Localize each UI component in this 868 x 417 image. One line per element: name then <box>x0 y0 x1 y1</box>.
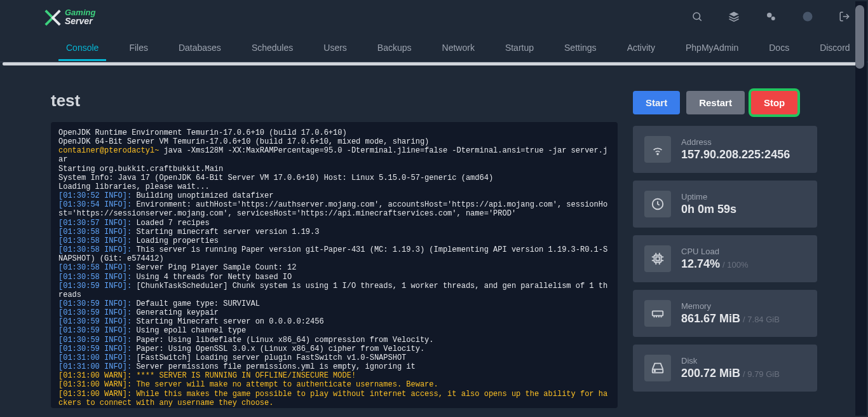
console-line: [01:31:00 WARN]: To change this, set "on… <box>58 407 610 408</box>
console-line: OpenJDK Runtime Environment Temurin-17.0… <box>58 128 610 137</box>
console-line: [01:30:57 INFO]: Loaded 7 recipes <box>58 219 610 228</box>
stat-address: Address 157.90.208.225:2456 <box>633 126 817 173</box>
start-button[interactable]: Start <box>633 91 680 114</box>
logo-mark-icon <box>43 7 62 26</box>
nav-files[interactable]: Files <box>114 35 163 60</box>
console-line: [01:31:00 INFO]: Server permissions file… <box>58 362 610 371</box>
navbar: ConsoleFilesDatabasesSchedulesUsersBacku… <box>0 33 868 62</box>
nav-startup[interactable]: Startup <box>490 35 549 60</box>
nav-console[interactable]: Console <box>51 35 114 60</box>
brand-top: Gaming <box>65 8 95 17</box>
svg-point-4 <box>803 12 813 22</box>
console-line: [01:30:58 INFO]: Loading properties <box>58 236 610 245</box>
console-line: [01:31:00 INFO]: [FastSwitch] Loading se… <box>58 353 610 362</box>
console-line: [01:30:58 INFO]: Using 4 threads for Net… <box>58 273 610 282</box>
svg-point-0 <box>693 13 700 20</box>
console-line: [01:30:58 INFO]: Starting minecraft serv… <box>58 228 610 236</box>
console-line: OpenJDK 64-Bit Server VM Temurin-17.0.6+… <box>58 137 610 146</box>
console-line: container@pterodactyl~ java -Xms128M -XX… <box>58 146 610 164</box>
svg-point-2 <box>767 13 772 18</box>
svg-point-6 <box>657 153 658 154</box>
topbar: Gaming Server <box>0 0 868 33</box>
nav-schedules[interactable]: Schedules <box>236 35 308 60</box>
svg-point-24 <box>654 371 656 372</box>
cpu-icon <box>644 245 671 272</box>
server-title: test <box>51 91 80 111</box>
scrollbar-thumb[interactable] <box>855 5 864 69</box>
svg-rect-8 <box>654 256 661 263</box>
stat-value: 200.72 MiB/ 9.79 GiB <box>681 367 780 380</box>
nav-network[interactable]: Network <box>427 35 490 60</box>
disk-icon <box>644 355 671 381</box>
console-line: [01:30:58 INFO]: This server is running … <box>58 245 610 263</box>
console-line: [01:30:59 INFO]: Using epoll channel typ… <box>58 326 610 335</box>
console-line: [01:30:58 INFO]: Server Ping Player Samp… <box>58 263 610 272</box>
stat-value: 157.90.208.225:2456 <box>681 148 790 161</box>
nav-phpmyadmin[interactable]: PhpMyAdmin <box>670 35 754 60</box>
stop-button[interactable]: Stop <box>751 91 797 114</box>
console-line: [01:30:59 INFO]: Paper: Using libdeflate… <box>58 336 610 345</box>
stat-value: 0h 0m 59s <box>681 203 736 216</box>
nav-activity[interactable]: Activity <box>612 35 670 60</box>
page-scrollbar[interactable] <box>855 1 867 416</box>
logout-icon[interactable] <box>839 11 850 22</box>
avatar-icon[interactable] <box>802 11 813 22</box>
stat-cpu: CPU Load 12.74%/ 100% <box>633 235 817 282</box>
console-line: [01:31:00 WARN]: While this makes the ga… <box>58 390 610 407</box>
brand-bottom: Server <box>65 17 95 25</box>
stat-uptime: Uptime 0h 0m 59s <box>633 181 817 228</box>
restart-button[interactable]: Restart <box>686 91 745 114</box>
search-icon[interactable] <box>691 11 703 22</box>
console-line: [01:30:59 INFO]: Default game type: SURV… <box>58 299 610 308</box>
nav-users[interactable]: Users <box>308 35 362 60</box>
stat-value: 861.67 MiB/ 7.84 GiB <box>681 312 780 325</box>
stat-label: Uptime <box>681 192 736 202</box>
svg-line-1 <box>699 18 701 20</box>
console-line: Starting org.bukkit.craftbukkit.Main <box>58 165 610 174</box>
nav-backups[interactable]: Backups <box>362 35 427 60</box>
svg-rect-9 <box>656 257 660 261</box>
stat-value: 12.74%/ 100% <box>681 257 749 271</box>
svg-point-3 <box>771 17 775 20</box>
nav-databases[interactable]: Databases <box>163 35 236 60</box>
memory-icon <box>644 300 671 327</box>
layers-icon[interactable] <box>728 11 740 22</box>
nav-docs[interactable]: Docs <box>754 35 804 60</box>
console-line: [01:30:52 INFO]: Building unoptimized da… <box>58 191 610 200</box>
brand-logo[interactable]: Gaming Server <box>43 7 95 26</box>
stat-label: Disk <box>681 356 780 366</box>
stat-label: Address <box>681 137 790 147</box>
console-line: Loading libraries, please wait... <box>58 182 610 191</box>
stat-disk: Disk 200.72 MiB/ 9.79 GiB <box>633 345 817 392</box>
nav-settings[interactable]: Settings <box>549 35 612 60</box>
console-line: [01:30:59 INFO]: Paper: Using OpenSSL 3.… <box>58 345 610 353</box>
wifi-icon <box>644 136 671 163</box>
console-line: System Info: Java 17 (OpenJDK 64-Bit Ser… <box>58 174 610 182</box>
console-output[interactable]: OpenJDK Runtime Environment Temurin-17.0… <box>51 122 618 408</box>
console-line: [01:31:00 WARN]: **** SERVER IS RUNNING … <box>58 371 610 380</box>
stat-label: CPU Load <box>681 247 749 256</box>
top-icons <box>691 11 850 22</box>
console-line: [01:30:54 INFO]: Environment: authHost='… <box>58 200 610 218</box>
console-line: [01:30:59 INFO]: [ChunkTaskScheduler] Ch… <box>58 282 610 299</box>
svg-rect-18 <box>653 311 663 315</box>
console-line: [01:30:59 INFO]: Starting Minecraft serv… <box>58 317 610 326</box>
settings-icon[interactable] <box>765 11 776 22</box>
console-line: [01:31:00 WARN]: The server will make no… <box>58 380 610 389</box>
clock-icon <box>644 191 671 217</box>
stat-memory: Memory 861.67 MiB/ 7.84 GiB <box>633 290 817 337</box>
stat-label: Memory <box>681 301 780 311</box>
console-line: [01:30:59 INFO]: Generating keypair <box>58 308 610 317</box>
